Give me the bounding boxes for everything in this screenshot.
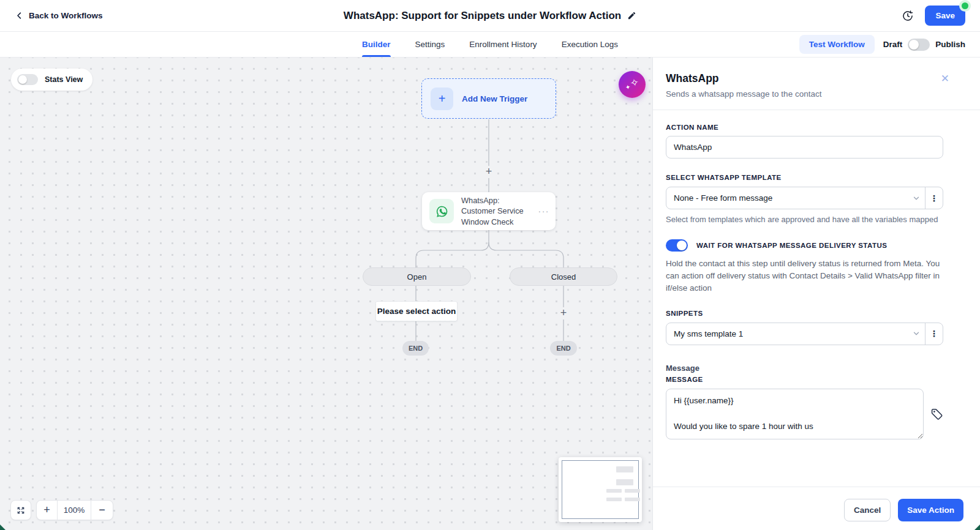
node-title: WhatsApp: Customer Service Window Check: [461, 195, 531, 227]
wait-delivery-label: WAIT FOR WHATSAPP MESSAGE DELIVERY STATU…: [696, 242, 887, 249]
add-action-plus-button[interactable]: +: [557, 307, 570, 319]
ai-assistant-button[interactable]: ✦✧: [619, 71, 646, 98]
canvas-controls: + 100% −: [0, 500, 113, 520]
message-group-label: Message: [666, 364, 943, 373]
template-options-menu-button[interactable]: ⋮: [925, 187, 943, 209]
sparkle-icon: ✧: [629, 77, 639, 89]
expand-icon: [16, 506, 26, 515]
wait-delivery-help-text: Hold the contact at this step until deli…: [666, 258, 943, 294]
stats-view-control: Stats View: [11, 69, 92, 91]
minimap-node: [616, 466, 633, 472]
panel-body: ACTION NAME SELECT WHATSAPP TEMPLATE Non…: [653, 110, 980, 487]
zoom-level: 100%: [57, 501, 91, 520]
stats-view-toggle-knob: [18, 75, 27, 84]
stats-view-label: Stats View: [45, 75, 83, 84]
template-help-text: Select from templates which are approved…: [666, 215, 943, 224]
snippets-select[interactable]: My sms template 1 ⋮: [666, 323, 943, 345]
tab-enrollment-history[interactable]: Enrollment History: [469, 32, 537, 57]
wait-delivery-toggle-knob: [677, 241, 687, 250]
please-select-action-button[interactable]: Please select action: [375, 301, 458, 321]
whatsapp-template-label: SELECT WHATSAPP TEMPLATE: [666, 174, 943, 181]
panel-header: WhatsApp Sends a whatsapp message to the…: [653, 58, 980, 110]
minimap-node: [625, 489, 640, 493]
minimap[interactable]: [559, 457, 642, 522]
tag-icon: [930, 408, 943, 420]
save-button[interactable]: Save: [925, 6, 965, 26]
back-label: Back to Workflows: [29, 11, 103, 20]
save-label: Save: [935, 11, 955, 20]
tab-bar: Builder Settings Enrollment History Exec…: [0, 32, 980, 58]
branch-closed[interactable]: Closed: [510, 267, 617, 286]
snippets-options-menu-button[interactable]: ⋮: [925, 323, 943, 345]
history-clock-icon: [902, 10, 914, 22]
save-action-button[interactable]: Save Action: [898, 499, 963, 521]
add-action-plus-button[interactable]: +: [483, 166, 495, 178]
tab-execution-logs[interactable]: Execution Logs: [562, 32, 618, 57]
snippets-value: My sms template 1: [666, 329, 908, 338]
wait-delivery-row: WAIT FOR WHATSAPP MESSAGE DELIVERY STATU…: [666, 239, 943, 252]
zoom-in-button[interactable]: +: [37, 501, 57, 520]
fit-view-button[interactable]: [10, 500, 31, 520]
title-group: WhatsApp: Support for Snippets under Wor…: [0, 10, 980, 22]
panel-footer: Cancel Save Action: [653, 487, 980, 530]
top-bar: Back to Workflows WhatsApp: Support for …: [0, 0, 980, 32]
chevron-down-icon: [908, 194, 925, 203]
add-new-trigger-label: Add New Trigger: [462, 94, 527, 103]
draft-label: Draft: [883, 40, 903, 49]
message-label: MESSAGE: [666, 376, 943, 383]
chevron-left-icon: [15, 11, 24, 20]
minimap-node: [616, 479, 633, 485]
cancel-button[interactable]: Cancel: [844, 499, 891, 521]
minimap-node: [606, 498, 622, 501]
custom-values-tag-button[interactable]: [930, 408, 943, 420]
message-textarea[interactable]: Hi {{user.name}} Would you like to spare…: [666, 389, 924, 439]
workflow-canvas[interactable]: Stats View ✦✧ + Add New Trigger + WhatsA…: [0, 58, 652, 530]
back-to-workflows-link[interactable]: Back to Workflows: [15, 11, 103, 20]
branch-open[interactable]: Open: [363, 267, 471, 286]
tab-builder[interactable]: Builder: [362, 32, 391, 57]
add-new-trigger-button[interactable]: + Add New Trigger: [421, 78, 556, 119]
action-name-input[interactable]: [666, 136, 943, 159]
plus-icon: +: [431, 88, 453, 110]
chevron-down-icon: [908, 329, 925, 338]
publish-toggle[interactable]: [908, 39, 930, 51]
snippets-label: SNIPPETS: [666, 310, 943, 317]
minimap-node: [606, 489, 622, 493]
action-name-label: ACTION NAME: [666, 124, 943, 131]
zoom-controls: + 100% −: [36, 500, 113, 520]
tab-settings[interactable]: Settings: [415, 32, 445, 57]
unsaved-status-dot: [962, 2, 968, 9]
panel-title: WhatsApp: [666, 72, 945, 85]
minimap-node: [625, 498, 640, 501]
panel-subtitle: Sends a whatsapp message to the contact: [666, 89, 945, 99]
minimap-viewport: [562, 460, 639, 519]
whatsapp-template-value: None - Free form message: [666, 193, 908, 203]
publish-toggle-knob: [909, 40, 919, 50]
workflow-node-whatsapp-check[interactable]: WhatsApp: Customer Service Window Check …: [422, 192, 556, 230]
page-title: WhatsApp: Support for Snippets under Wor…: [344, 10, 621, 22]
test-workflow-button[interactable]: Test Workflow: [799, 35, 875, 54]
zoom-out-button[interactable]: −: [91, 501, 113, 520]
node-menu-button[interactable]: ···: [538, 206, 550, 216]
end-node: END: [402, 341, 429, 356]
stats-view-toggle[interactable]: [17, 74, 38, 85]
publish-label: Publish: [935, 40, 965, 49]
end-node: END: [550, 341, 577, 356]
wait-delivery-toggle[interactable]: [666, 239, 688, 252]
publish-control: Draft Publish: [883, 39, 965, 51]
whatsapp-icon: [429, 199, 454, 223]
edit-pencil-icon[interactable]: [627, 11, 636, 20]
close-panel-button[interactable]: ✕: [941, 72, 949, 85]
whatsapp-template-select[interactable]: None - Free form message ⋮: [666, 187, 943, 209]
version-history-button[interactable]: [902, 10, 914, 22]
workflow-connectors: [0, 58, 652, 530]
action-settings-panel: WhatsApp Sends a whatsapp message to the…: [652, 58, 980, 530]
